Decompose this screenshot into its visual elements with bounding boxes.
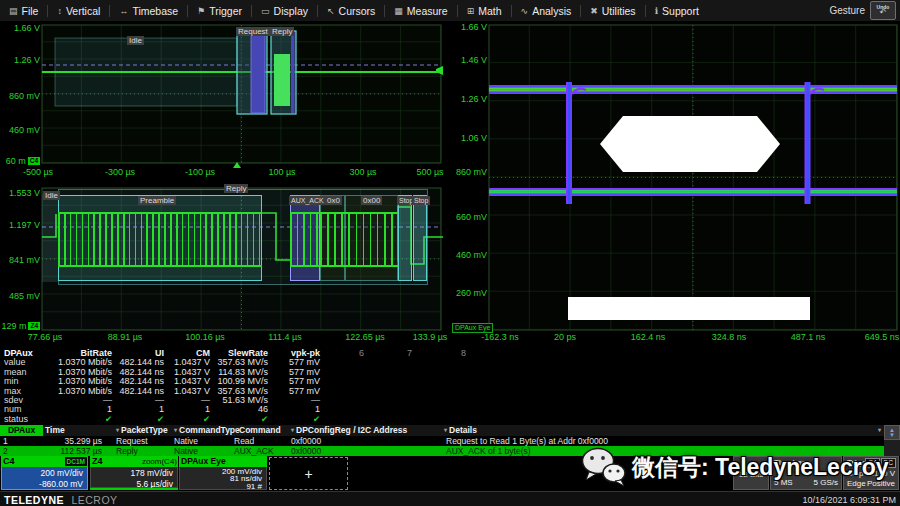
overview-waveform-panel[interactable]: 1.66 V 1.26 V 860 mV 460 mV 60 m C4 -500… xyxy=(0,22,444,182)
axis-label: 1.197 V xyxy=(0,221,40,230)
decode-row-1[interactable]: 1 35.299 µs Request Native Read 0xf0000 … xyxy=(0,436,884,446)
watermark-text: 微信号: TeledyneLecroy xyxy=(632,452,888,483)
zoom-waveform-panel[interactable]: Idle Reply Preamble AUX_ACK 0x0 0x00 Sto… xyxy=(0,185,444,345)
clock-timestamp: 10/16/2021 6:09:31 PM xyxy=(802,495,896,505)
axis-label: 162.4 ns xyxy=(631,332,666,342)
eye-trace-badge[interactable]: DPAux Eye xyxy=(452,323,493,333)
horizontal-arrows-icon: ↔ xyxy=(119,6,128,16)
decode-col-command[interactable]: ▾Command xyxy=(230,425,287,436)
axis-label: 88.91 µs xyxy=(108,332,143,342)
footer-bar: TELEDYNE LECROY 10/16/2021 6:09:31 PM xyxy=(0,491,900,506)
wechat-icon xyxy=(580,446,628,488)
decode-col-time[interactable]: Time xyxy=(40,425,112,436)
vertical-arrows-icon: ↕ xyxy=(57,6,62,16)
axis-label: 860 mV xyxy=(450,168,487,177)
menu-measure[interactable]: ▦Measure xyxy=(385,0,456,21)
sort-arrow-icon: ▾ xyxy=(444,427,447,433)
axis-label: 60 m xyxy=(6,156,26,166)
decode-header-row: Time ▾PacketType ▾CommandType ▾Command ▾… xyxy=(0,425,884,436)
decode-label-reply: Reply xyxy=(270,27,294,36)
aux-ack-squarewave xyxy=(290,212,320,267)
axis-label: 485 mV xyxy=(0,292,40,301)
preamble-squarewave xyxy=(58,212,262,267)
scroll-down-icon: ▼ xyxy=(889,433,895,438)
menu-support[interactable]: ℹSupport xyxy=(646,0,708,21)
zoom-z4-descriptor[interactable]: Z4 zoom(C4) 178 mV/div 5.6 µs/div xyxy=(90,456,178,490)
add-trace-button[interactable]: + xyxy=(269,457,348,490)
axis-label: 20 ps xyxy=(554,332,576,342)
chart-icon: ∿ xyxy=(521,6,529,16)
axis-label: 660 mV xyxy=(450,213,487,222)
axis-label: 111.4 µs xyxy=(268,332,301,342)
menu-vertical[interactable]: ↕Vertical xyxy=(48,0,109,21)
decode-label-stop2: Stop xyxy=(412,196,430,205)
sort-arrow-icon: ▾ xyxy=(878,425,881,436)
channel-c4-descriptor[interactable]: C4 DC1M 200 mV/div -860.00 mV xyxy=(1,456,88,490)
undo-button[interactable]: Undo ↶ xyxy=(870,1,896,20)
menu-display[interactable]: ▭Display xyxy=(252,0,317,21)
decode-label-idle: Idle xyxy=(43,191,60,200)
monitor-icon: ▭ xyxy=(261,6,270,16)
menu-math[interactable]: ⊞Math xyxy=(458,0,511,21)
plus-icon: + xyxy=(304,466,312,482)
cursor-icon: ↖ xyxy=(327,6,335,16)
overview-grid-plot xyxy=(0,22,444,182)
menu-cursors[interactable]: ↖Cursors xyxy=(318,0,384,21)
axis-label: 324.8 ns xyxy=(712,332,747,342)
axis-label: 260 mV xyxy=(450,289,487,298)
eye-descriptor-header: DPAux Eye xyxy=(179,456,267,467)
eye-diagram-panel[interactable]: 1.66 V 1.46 V 1.26 V 1.06 V 860 mV 660 m… xyxy=(450,22,900,342)
zoom-z4-badge[interactable]: Z4 xyxy=(28,322,40,330)
decode-label-idle: Idle xyxy=(127,36,144,45)
axis-label: 100.16 µs xyxy=(185,332,225,342)
axis-label: 500 µs xyxy=(416,167,443,177)
decode-col-details[interactable]: ▾Details xyxy=(440,425,884,436)
menu-timebase[interactable]: ↔Timebase xyxy=(110,0,187,21)
decode-col-commandtype[interactable]: ▾CommandType xyxy=(170,425,230,436)
axis-label: 460 mV xyxy=(450,251,487,260)
decode-label-byte0: 0x0 xyxy=(325,196,342,205)
eye-mask-hexagon xyxy=(600,116,780,172)
status-check-icon: ✔ xyxy=(268,415,320,424)
axis-label: 129 m xyxy=(1,321,26,331)
axis-label: 300 µs xyxy=(349,167,376,177)
menu-analysis[interactable]: ∿Analysis xyxy=(512,0,581,21)
decode-label-request: Request xyxy=(236,27,270,36)
axis-label: 860 mV xyxy=(0,92,40,101)
decode-col-packettype[interactable]: ▾PacketType xyxy=(112,425,170,436)
eye-diagram-plot xyxy=(450,22,900,342)
measure-row-sdev: sdev — — — 51.63 MV/s — xyxy=(0,396,474,405)
wechat-watermark: 微信号: TeledyneLecroy xyxy=(580,446,888,488)
z4-descriptor-body: 178 mV/div 5.6 µs/div xyxy=(90,467,178,488)
decode-region-stop2 xyxy=(413,195,427,281)
decode-label-byte1: 0x00 xyxy=(361,196,382,205)
scroll-buttons[interactable]: ▲ ▼ xyxy=(884,425,900,440)
status-check-icon: ✔ xyxy=(164,415,210,424)
data-squarewave xyxy=(320,212,398,267)
ruler-icon: ▦ xyxy=(394,6,403,16)
menu-trigger[interactable]: ⚑Trigger xyxy=(188,0,251,21)
decode-region-stop1 xyxy=(398,195,412,281)
decode-label-reply: Reply xyxy=(224,184,248,193)
menu-utilities[interactable]: ✖Utilities xyxy=(581,0,644,21)
oscilloscope-screen: ▤File ↕Vertical ↔Timebase ⚑Trigger ▭Disp… xyxy=(0,0,900,506)
measure-row-status: status ✔ ✔ ✔ ✔ ✔ xyxy=(0,415,474,424)
brand-logo: TELEDYNE LECROY xyxy=(4,494,118,506)
coupling-badge: DC1M xyxy=(65,457,87,466)
c4-descriptor-body: 200 mV/div -860.00 mV xyxy=(1,467,88,490)
status-check-icon: ✔ xyxy=(112,415,164,424)
decode-label-aux-ack: AUX_ACK xyxy=(289,196,326,205)
menu-file[interactable]: ▤File xyxy=(0,0,47,21)
decode-col-address[interactable]: ▾DPConfigReg / I2C Address xyxy=(287,425,440,436)
flag-icon: ⚑ xyxy=(197,6,205,16)
eye-mask-bottom-rect xyxy=(568,297,810,320)
dpaux-eye-descriptor[interactable]: DPAux Eye 200 mV/div 81 ns/div 91 # xyxy=(179,456,267,490)
status-check-icon: ✔ xyxy=(210,415,268,424)
sort-arrow-icon: ▾ xyxy=(291,427,294,433)
axis-label: 460 mV xyxy=(0,126,40,135)
decode-label-preamble: Preamble xyxy=(138,196,176,205)
channel-c4-badge[interactable]: C4 xyxy=(28,157,40,165)
axis-label: 1.06 V xyxy=(450,134,487,143)
decode-protocol-badge[interactable]: DPAux xyxy=(0,425,43,436)
axis-label: 1.66 V xyxy=(0,24,40,33)
